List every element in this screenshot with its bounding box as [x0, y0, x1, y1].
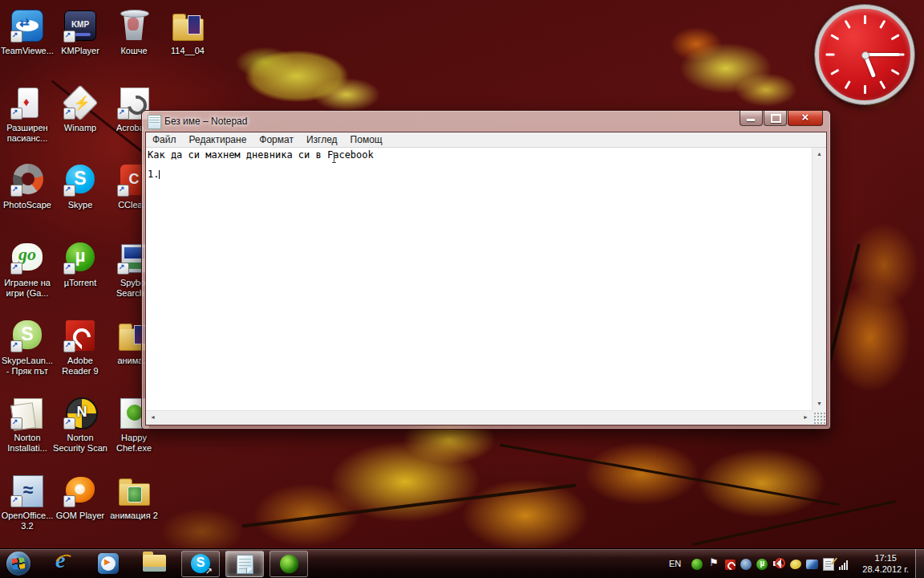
action-center-flag-icon[interactable] [707, 557, 720, 570]
menu-help[interactable]: Помощ [344, 132, 389, 147]
title-bar[interactable]: Без име – Notepad [142, 111, 830, 132]
system-tray: EN 17:15 28.4.2012 г. [669, 549, 924, 578]
blue-globe-icon[interactable] [740, 559, 752, 570]
taskbar-button-notepad[interactable] [225, 551, 264, 577]
notepad-window[interactable]: Без име – Notepad Файл Редактиране Форма… [141, 110, 831, 429]
clock-date: 28.4.2012 г. [862, 564, 909, 575]
winamp-icon [63, 85, 98, 120]
icon-label: 114__04 [160, 46, 215, 56]
desktop-icon-adobe-reader[interactable]: Adobe Reader 9 [53, 318, 107, 377]
clock-minute-hand [865, 53, 900, 56]
resize-grip[interactable] [813, 411, 826, 425]
menu-view[interactable]: Изглед [300, 132, 344, 147]
green-orb-app-icon [280, 555, 298, 573]
desktop-icon-openoffice[interactable]: OpenOffice... 3.2 [0, 473, 55, 531]
icon-label: Skype [53, 200, 107, 210]
shortcut-arrow-icon [117, 263, 129, 275]
desktop-icon-skype[interactable]: Skype [53, 162, 107, 210]
adobe-reader-icon [63, 318, 98, 353]
text-editor-area[interactable]: Как да си махнем дневника си в Facebook … [146, 148, 813, 411]
clock-time: 17:15 [862, 552, 909, 564]
scroll-left-arrow[interactable] [146, 411, 160, 425]
solitaire-icon [10, 85, 45, 120]
utorrent-icon [63, 240, 98, 275]
shortcut-arrow-icon [63, 340, 75, 352]
windows-explorer-icon[interactable] [143, 555, 167, 572]
desktop-icon-solitaire[interactable]: Разширен пасианс... [0, 85, 55, 144]
language-indicator[interactable]: EN [669, 559, 681, 568]
desktop-icon-folder-114-04[interactable]: 114__04 [160, 8, 215, 56]
scroll-up-arrow[interactable] [813, 148, 826, 161]
desktop-icon-norton-install[interactable]: Norton Installati... [0, 395, 55, 454]
network-signal-icon[interactable] [839, 560, 852, 570]
desktop-icon-games[interactable]: Играене на игри (Ga... [0, 240, 55, 299]
icon-label: OpenOffice... 3.2 [0, 511, 55, 531]
taskbar-clock[interactable]: 17:15 28.4.2012 г. [862, 552, 909, 575]
shortcut-arrow-icon [63, 108, 75, 120]
mouse-ibeam-cursor [331, 153, 337, 163]
clipboard-icon[interactable] [823, 558, 834, 571]
text-line: 1. [148, 169, 813, 179]
desktop-icon-utorrent[interactable]: µTorrent [53, 240, 107, 288]
notepad-icon [148, 115, 161, 129]
clock-gadget[interactable] [815, 5, 914, 104]
desktop-icon-animation2-folder[interactable]: анимация 2 [107, 473, 161, 521]
yellow-lemon-icon[interactable] [790, 560, 801, 569]
icon-label: KMPlayer [53, 46, 107, 56]
desktop-icon-winamp[interactable]: Winamp [53, 85, 107, 133]
show-desktop-button[interactable] [915, 549, 924, 578]
icon-label: GOM Player [53, 511, 107, 521]
clock-center-cap [861, 51, 869, 59]
menu-file[interactable]: Файл [146, 132, 183, 147]
green-orb-icon[interactable] [691, 559, 703, 570]
desktop-icon-gom-player[interactable]: GOM Player [53, 473, 107, 521]
taskbar-button-skype[interactable] [181, 551, 220, 577]
shortcut-arrow-icon [63, 263, 75, 275]
taskbar-button-green-app[interactable] [270, 551, 308, 577]
utorrent-icon[interactable] [756, 559, 768, 570]
branch-decoration [500, 444, 840, 507]
desktop-icon-skype-launcher[interactable]: SkypeLaun... - Пряк път [0, 318, 55, 377]
icon-label: µTorrent [53, 278, 107, 288]
desktop-icon-recycle-bin[interactable]: Кошче [107, 8, 161, 56]
windows-media-player-icon[interactable] [98, 553, 119, 574]
horizontal-scrollbar[interactable] [146, 410, 813, 425]
desktop-icon-teamviewer[interactable]: TeamViewe... [0, 8, 55, 56]
vertical-scrollbar[interactable] [812, 148, 826, 411]
openoffice-icon [10, 473, 45, 508]
icon-label: Norton Security Scan [53, 433, 107, 454]
start-button[interactable] [6, 552, 30, 576]
scroll-right-arrow[interactable] [799, 411, 813, 425]
kmplayer-icon [63, 8, 98, 43]
norton-scan-icon [63, 395, 98, 430]
shortcut-arrow-icon [10, 340, 22, 352]
photoscape-icon [10, 162, 45, 197]
menu-format[interactable]: Формат [253, 132, 300, 147]
desktop-icon-kmplayer[interactable]: KMPlayer [53, 8, 107, 56]
icon-label: Adobe Reader 9 [53, 356, 107, 377]
windows-logo-icon [11, 557, 25, 570]
desktop-icon-photoscape[interactable]: PhotoScape [0, 162, 55, 210]
internet-explorer-icon[interactable] [53, 552, 75, 575]
shortcut-arrow-icon [10, 495, 22, 507]
recycle-bin-icon [116, 8, 152, 43]
shortcut-arrow-icon [10, 31, 22, 43]
desktop-icon-norton-scan[interactable]: Norton Security Scan [53, 395, 107, 454]
blue-display-icon[interactable] [806, 560, 818, 569]
maximize-button[interactable] [764, 111, 787, 126]
clock-tick [823, 54, 865, 56]
taskbar: EN 17:15 28.4.2012 г. [0, 548, 924, 578]
icon-label: Happy Chef.exe [107, 433, 161, 454]
notepad-icon [237, 555, 253, 574]
text-caret [159, 170, 160, 179]
menu-edit[interactable]: Редактиране [183, 132, 253, 147]
skype-icon [63, 162, 98, 197]
text-line: Как да си махнем дневника си в Facebook [148, 150, 813, 160]
adobe-red-icon[interactable] [725, 560, 736, 570]
volume-muted-icon[interactable] [772, 557, 785, 570]
scroll-down-arrow[interactable] [813, 397, 826, 411]
text-line [148, 160, 813, 169]
minimize-button[interactable] [740, 111, 763, 126]
close-button[interactable] [788, 111, 823, 126]
games-go-icon [10, 240, 45, 275]
